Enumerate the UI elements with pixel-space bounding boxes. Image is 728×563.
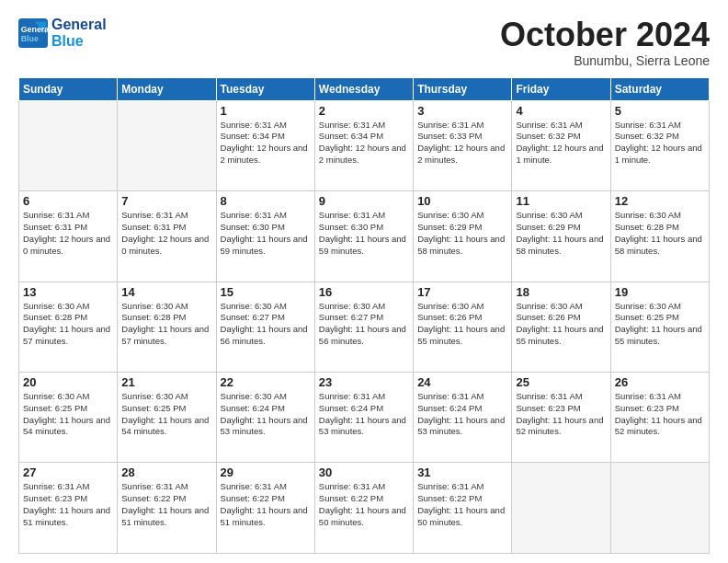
calendar-cell: 14Sunrise: 6:30 AM Sunset: 6:28 PM Dayli…: [118, 282, 216, 372]
day-info: Sunrise: 6:31 AM Sunset: 6:22 PM Dayligh…: [319, 481, 409, 528]
weekday-header-monday: Monday: [118, 77, 216, 100]
calendar-week-row: 27Sunrise: 6:31 AM Sunset: 6:23 PM Dayli…: [19, 463, 710, 554]
logo-text-general: General: [51, 17, 107, 33]
day-info: Sunrise: 6:30 AM Sunset: 6:26 PM Dayligh…: [516, 301, 606, 348]
day-number: 5: [615, 104, 705, 118]
day-number: 21: [121, 375, 211, 389]
day-info: Sunrise: 6:30 AM Sunset: 6:27 PM Dayligh…: [319, 301, 409, 348]
calendar-cell: 11Sunrise: 6:30 AM Sunset: 6:29 PM Dayli…: [512, 191, 610, 282]
day-info: Sunrise: 6:31 AM Sunset: 6:32 PM Dayligh…: [516, 120, 606, 167]
svg-text:Blue: Blue: [21, 33, 39, 42]
weekday-header-friday: Friday: [512, 77, 610, 100]
day-number: 30: [319, 465, 409, 479]
day-number: 12: [615, 194, 705, 208]
day-number: 22: [221, 375, 311, 389]
day-info: Sunrise: 6:30 AM Sunset: 6:29 PM Dayligh…: [417, 210, 507, 257]
day-number: 10: [417, 194, 507, 208]
calendar-cell: [118, 100, 216, 190]
day-number: 19: [615, 285, 705, 299]
calendar-week-row: 20Sunrise: 6:30 AM Sunset: 6:25 PM Dayli…: [19, 373, 710, 463]
day-number: 26: [615, 375, 705, 389]
logo-icon: General Blue: [18, 18, 48, 48]
weekday-header-saturday: Saturday: [610, 77, 709, 100]
day-number: 23: [319, 375, 409, 389]
day-info: Sunrise: 6:31 AM Sunset: 6:23 PM Dayligh…: [23, 481, 113, 528]
day-number: 16: [319, 285, 409, 299]
calendar-cell: 9Sunrise: 6:31 AM Sunset: 6:30 PM Daylig…: [314, 191, 413, 282]
calendar-cell: 1Sunrise: 6:31 AM Sunset: 6:34 PM Daylig…: [216, 100, 314, 190]
day-info: Sunrise: 6:30 AM Sunset: 6:28 PM Dayligh…: [121, 301, 211, 348]
day-info: Sunrise: 6:30 AM Sunset: 6:25 PM Dayligh…: [23, 391, 113, 438]
day-number: 11: [516, 194, 606, 208]
page: General Blue General Blue October 2024 B…: [0, 0, 728, 563]
day-info: Sunrise: 6:31 AM Sunset: 6:24 PM Dayligh…: [417, 391, 507, 438]
calendar-cell: 24Sunrise: 6:31 AM Sunset: 6:24 PM Dayli…: [414, 373, 512, 463]
calendar-cell: 23Sunrise: 6:31 AM Sunset: 6:24 PM Dayli…: [314, 373, 413, 463]
calendar-cell: 6Sunrise: 6:31 AM Sunset: 6:31 PM Daylig…: [19, 191, 118, 282]
calendar-cell: 30Sunrise: 6:31 AM Sunset: 6:22 PM Dayli…: [314, 463, 413, 554]
day-info: Sunrise: 6:31 AM Sunset: 6:30 PM Dayligh…: [319, 210, 409, 257]
day-number: 27: [23, 465, 113, 479]
calendar-cell: 19Sunrise: 6:30 AM Sunset: 6:25 PM Dayli…: [610, 282, 709, 372]
calendar-cell: 15Sunrise: 6:30 AM Sunset: 6:27 PM Dayli…: [216, 282, 314, 372]
calendar-cell: 4Sunrise: 6:31 AM Sunset: 6:32 PM Daylig…: [512, 100, 610, 190]
calendar-cell: 17Sunrise: 6:30 AM Sunset: 6:26 PM Dayli…: [414, 282, 512, 372]
calendar-header-row: SundayMondayTuesdayWednesdayThursdayFrid…: [19, 77, 710, 100]
svg-text:General: General: [21, 25, 48, 34]
day-info: Sunrise: 6:31 AM Sunset: 6:23 PM Dayligh…: [615, 391, 705, 438]
day-info: Sunrise: 6:31 AM Sunset: 6:30 PM Dayligh…: [221, 210, 311, 257]
logo: General Blue General Blue: [18, 17, 107, 49]
day-info: Sunrise: 6:30 AM Sunset: 6:27 PM Dayligh…: [221, 301, 311, 348]
weekday-header-wednesday: Wednesday: [314, 77, 413, 100]
day-number: 4: [516, 104, 606, 118]
calendar-cell: 3Sunrise: 6:31 AM Sunset: 6:33 PM Daylig…: [414, 100, 512, 190]
day-number: 8: [221, 194, 311, 208]
day-info: Sunrise: 6:30 AM Sunset: 6:25 PM Dayligh…: [615, 301, 705, 348]
day-number: 29: [221, 465, 311, 479]
calendar-cell: 28Sunrise: 6:31 AM Sunset: 6:22 PM Dayli…: [118, 463, 216, 554]
calendar-cell: 7Sunrise: 6:31 AM Sunset: 6:31 PM Daylig…: [118, 191, 216, 282]
calendar-cell: 31Sunrise: 6:31 AM Sunset: 6:22 PM Dayli…: [414, 463, 512, 554]
day-info: Sunrise: 6:31 AM Sunset: 6:23 PM Dayligh…: [516, 391, 606, 438]
calendar-week-row: 13Sunrise: 6:30 AM Sunset: 6:28 PM Dayli…: [19, 282, 710, 372]
day-info: Sunrise: 6:31 AM Sunset: 6:22 PM Dayligh…: [417, 481, 507, 528]
logo-text-blue: Blue: [51, 33, 107, 50]
day-number: 28: [121, 465, 211, 479]
calendar-cell: 22Sunrise: 6:30 AM Sunset: 6:24 PM Dayli…: [216, 373, 314, 463]
day-info: Sunrise: 6:31 AM Sunset: 6:34 PM Dayligh…: [319, 120, 409, 167]
day-info: Sunrise: 6:31 AM Sunset: 6:22 PM Dayligh…: [121, 481, 211, 528]
day-number: 3: [417, 104, 507, 118]
weekday-header-sunday: Sunday: [19, 77, 118, 100]
calendar-cell: 10Sunrise: 6:30 AM Sunset: 6:29 PM Dayli…: [414, 191, 512, 282]
location: Bunumbu, Sierra Leone: [500, 53, 710, 68]
day-info: Sunrise: 6:30 AM Sunset: 6:26 PM Dayligh…: [417, 301, 507, 348]
weekday-header-thursday: Thursday: [414, 77, 512, 100]
day-number: 1: [221, 104, 311, 118]
day-info: Sunrise: 6:31 AM Sunset: 6:33 PM Dayligh…: [417, 120, 507, 167]
day-number: 24: [417, 375, 507, 389]
title-block: October 2024 Bunumbu, Sierra Leone: [500, 17, 710, 68]
day-info: Sunrise: 6:31 AM Sunset: 6:24 PM Dayligh…: [319, 391, 409, 438]
day-info: Sunrise: 6:30 AM Sunset: 6:25 PM Dayligh…: [121, 391, 211, 438]
day-info: Sunrise: 6:31 AM Sunset: 6:34 PM Dayligh…: [221, 120, 311, 167]
header: General Blue General Blue October 2024 B…: [18, 17, 710, 68]
calendar-cell: 27Sunrise: 6:31 AM Sunset: 6:23 PM Dayli…: [19, 463, 118, 554]
month-title: October 2024: [500, 17, 710, 53]
calendar-cell: 26Sunrise: 6:31 AM Sunset: 6:23 PM Dayli…: [610, 373, 709, 463]
day-number: 9: [319, 194, 409, 208]
day-number: 18: [516, 285, 606, 299]
day-info: Sunrise: 6:30 AM Sunset: 6:29 PM Dayligh…: [516, 210, 606, 257]
day-number: 13: [23, 285, 113, 299]
day-info: Sunrise: 6:31 AM Sunset: 6:31 PM Dayligh…: [23, 210, 113, 257]
day-info: Sunrise: 6:30 AM Sunset: 6:28 PM Dayligh…: [23, 301, 113, 348]
calendar-cell: [512, 463, 610, 554]
calendar-cell: 29Sunrise: 6:31 AM Sunset: 6:22 PM Dayli…: [216, 463, 314, 554]
day-number: 20: [23, 375, 113, 389]
calendar-cell: 5Sunrise: 6:31 AM Sunset: 6:32 PM Daylig…: [610, 100, 709, 190]
day-number: 7: [121, 194, 211, 208]
day-info: Sunrise: 6:31 AM Sunset: 6:22 PM Dayligh…: [221, 481, 311, 528]
calendar-cell: 25Sunrise: 6:31 AM Sunset: 6:23 PM Dayli…: [512, 373, 610, 463]
day-number: 31: [417, 465, 507, 479]
calendar-cell: 13Sunrise: 6:30 AM Sunset: 6:28 PM Dayli…: [19, 282, 118, 372]
weekday-header-tuesday: Tuesday: [216, 77, 314, 100]
